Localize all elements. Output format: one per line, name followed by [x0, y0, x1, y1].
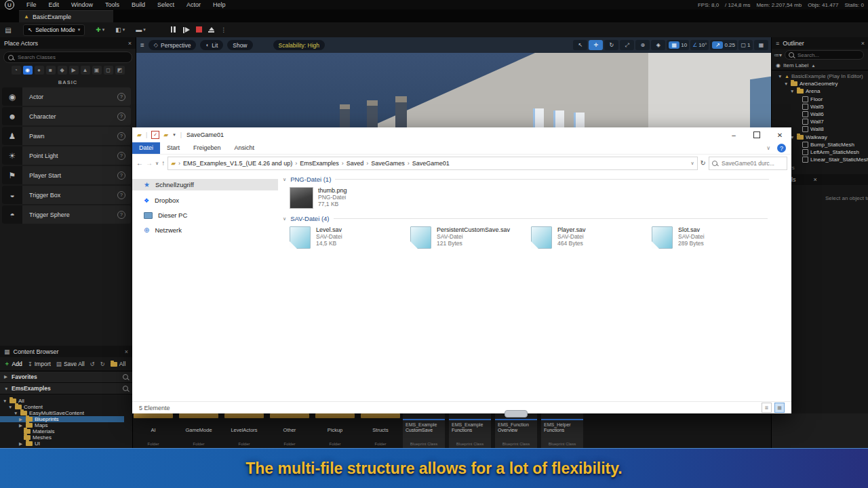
rotate-tool-icon[interactable]: ↻ [604, 40, 618, 50]
outliner-row[interactable]: ▼▲BasicExample (Play In Editor) [778, 73, 863, 80]
scale-tool-icon[interactable]: ⤢ [620, 40, 634, 50]
folder-tree-item[interactable]: ▶UI [19, 441, 40, 447]
path-all-button[interactable]: All [111, 361, 125, 367]
up-icon[interactable]: ↑ [161, 159, 165, 167]
back-icon[interactable]: ← [136, 159, 143, 167]
outliner-filter-icon[interactable]: ≔▾ [774, 52, 782, 58]
vfx-category-icon[interactable]: ◆ [58, 66, 67, 75]
eject-button[interactable] [208, 27, 214, 33]
asset-folder-label[interactable]: Pickup [314, 427, 356, 433]
outliner-row[interactable]: Floor [802, 96, 823, 103]
file-item[interactable]: thumb.png PNG-Datei 77,1 KB [290, 187, 347, 209]
menu-edit[interactable]: Edit [43, 0, 66, 9]
asset-folder-label[interactable]: LevelActors [223, 427, 265, 433]
tab-ansicht[interactable]: Ansicht [228, 142, 262, 154]
outliner-row[interactable]: Wall5 [802, 103, 824, 110]
sidebar-item-dieser-pc[interactable]: Dieser PC [132, 209, 278, 221]
outliner-tab[interactable]: Outliner [783, 40, 804, 47]
shapes-category-icon[interactable]: ◻ [104, 66, 113, 75]
lights-category-icon[interactable]: ● [35, 66, 44, 75]
outliner-row[interactable]: Bump_StaticMesh [802, 141, 854, 148]
save-level-icon[interactable]: ▤ [3, 25, 14, 35]
asset-folder-label[interactable]: Other [269, 427, 311, 433]
place-actor-item[interactable]: ☻Character? [2, 107, 131, 125]
quick-access-check-icon[interactable]: ✓ [151, 131, 159, 139]
place-actor-item[interactable]: ⚑Player Start? [2, 166, 131, 184]
cinematic-category-icon[interactable]: ■ [46, 66, 56, 75]
recently-placed-icon[interactable]: ◔ [12, 66, 21, 75]
scalability-button[interactable]: Scalability: High [273, 40, 325, 50]
outliner-row[interactable]: ▼Arena [790, 87, 820, 95]
stop-button[interactable] [196, 26, 202, 34]
address-dropdown-icon[interactable]: ∨ [690, 161, 694, 166]
blueprints-button[interactable]: ◧▾ [115, 26, 125, 33]
blueprint-asset-tile[interactable]: EMS_HelperFunctionsBlueprint Class [541, 413, 583, 449]
grid-snap-toggle[interactable]: ▦10 [667, 40, 689, 50]
close-icon[interactable]: × [814, 176, 817, 183]
folder-icon[interactable]: ▰ [163, 131, 168, 138]
sidebar-item-dropbox[interactable]: ❖ Dropbox [132, 195, 278, 206]
asset-folder-label[interactable]: AI [132, 427, 174, 433]
place-actor-item[interactable]: ♟Pawn? [2, 127, 131, 145]
blueprint-asset-tile[interactable]: EMS_ExampleFunctionsBlueprint Class [449, 413, 491, 449]
show-button[interactable]: Show [227, 40, 252, 50]
scrollbar-thumb[interactable] [505, 410, 528, 418]
lit-button[interactable]: ◐Lit [200, 40, 223, 50]
select-tool-icon[interactable]: ↖ [573, 40, 587, 50]
content-browser-tab[interactable]: Content Browser [14, 348, 59, 355]
outliner-row[interactable]: LeftArm_StaticMesh [802, 148, 859, 156]
add-actor-button[interactable]: ✚▾ [96, 26, 104, 33]
file-item[interactable]: Level.sav SAV-Datei 14,5 KB [290, 226, 342, 249]
help-icon[interactable]: ? [777, 144, 786, 152]
favorites-section[interactable]: ▶Favorites [0, 371, 132, 383]
outliner-search-input[interactable] [785, 50, 864, 60]
allclasses-category-icon[interactable]: ▣ [92, 66, 102, 75]
history-back-icon[interactable]: ↺ [90, 361, 95, 367]
folder-thumbnail[interactable] [179, 413, 218, 418]
outliner-row[interactable]: Wall8 [802, 125, 824, 133]
tab-datei[interactable]: Datei [132, 142, 160, 154]
selection-mode-dropdown[interactable]: ↖ Selection Mode ▾ [23, 24, 85, 36]
place-actor-item[interactable]: ◉Actor? [2, 87, 131, 106]
camera-speed-control[interactable]: ▢1 [738, 40, 753, 50]
place-actor-item[interactable]: ☀Point Light? [2, 146, 131, 165]
frame-skip-button[interactable] [182, 27, 191, 33]
perspective-button[interactable]: ◇Perspective [149, 40, 197, 50]
geometry-category-icon[interactable]: ▶ [69, 66, 79, 75]
viewport-options-icon[interactable]: ≡ [140, 41, 144, 49]
tab-start[interactable]: Start [160, 142, 186, 154]
place-actor-item[interactable]: ◓Trigger Sphere? [2, 205, 131, 224]
ribbon-collapse-icon[interactable]: ∨ [766, 145, 770, 151]
outliner-row[interactable]: ▼Walkway [790, 134, 827, 141]
folder-tree-item[interactable]: ▼Content [8, 404, 43, 410]
menu-build[interactable]: Build [125, 0, 151, 9]
search-classes-input[interactable] [3, 52, 132, 63]
tab-basicexample[interactable]: ▲ BasicExample [19, 10, 113, 22]
folder-thumbnail[interactable] [361, 413, 400, 418]
breadcrumb-item[interactable]: SaveGame01 [412, 160, 450, 167]
sidebar-item-netzwerk[interactable]: ⊕ Netzwerk [132, 224, 278, 236]
asset-folder-label[interactable]: Structs [359, 427, 401, 433]
history-dropdown-icon[interactable]: ∨ [155, 161, 159, 166]
playback-options-icon[interactable]: ⋮ [220, 26, 226, 33]
breadcrumb-item[interactable]: Saved [347, 160, 364, 167]
outliner-row[interactable]: ▼ArenaGeometry [784, 80, 837, 87]
folder-thumbnail[interactable] [270, 413, 309, 418]
pause-button[interactable] [170, 26, 176, 34]
menu-window[interactable]: Window [65, 0, 99, 9]
maximize-viewport-icon[interactable]: ▦ [754, 40, 768, 50]
folder-tree-item[interactable]: ▼EasyMultiSaveContent [14, 410, 84, 416]
history-forward-icon[interactable]: ↻ [100, 361, 105, 367]
place-actors-tab[interactable]: Place Actors [4, 40, 38, 47]
minimize-button[interactable]: – [722, 127, 745, 142]
basic-category-icon[interactable]: ◉ [23, 66, 33, 75]
breadcrumb-item[interactable]: EMS_Examples_V1.5_(UE 4.26 and up) [183, 160, 292, 167]
rotation-snap-toggle[interactable]: ∠10° [690, 40, 709, 50]
menu-tools[interactable]: Tools [99, 0, 125, 9]
folder-thumbnail[interactable] [315, 413, 355, 418]
visibility-eye-icon[interactable]: ◉ [776, 62, 781, 68]
breadcrumb-item[interactable]: EmsExamples [300, 160, 339, 167]
breadcrumb-item[interactable]: SaveGames [371, 160, 405, 167]
explorer-search-input[interactable] [709, 157, 787, 170]
tab-freigeben[interactable]: Freigeben [186, 142, 228, 154]
